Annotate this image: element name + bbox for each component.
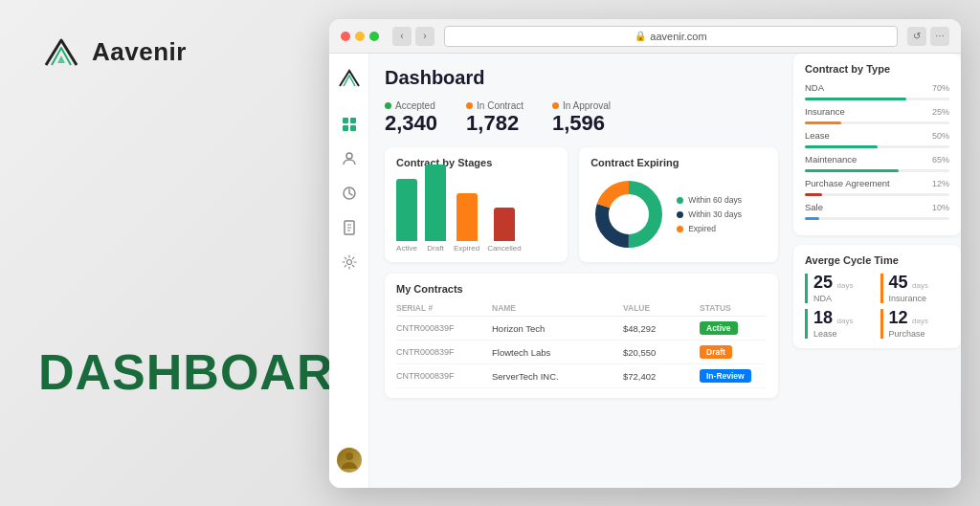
bar-draft: Draft <box>425 165 446 253</box>
main-content: Dashboard Accepted 2,340 In Contract <box>369 54 793 488</box>
bar-cancelled-label: Cancelled <box>487 244 522 253</box>
page-header: Dashboard <box>385 67 778 89</box>
in-contract-dot <box>466 102 473 109</box>
minimize-dot[interactable] <box>355 32 365 41</box>
cycle-lease: 18 days Lease <box>805 309 875 339</box>
forward-button[interactable]: › <box>415 27 434 46</box>
browser-chrome: ‹ › 🔒 aavenir.com ↺ ⋯ <box>329 19 961 54</box>
stat-in-approval-label: In Approval <box>552 100 611 111</box>
cycle-insurance-value: 45 days <box>889 274 950 292</box>
sidebar-item-dashboard[interactable] <box>340 115 359 134</box>
ct-insurance: Insurance 25% <box>805 106 949 124</box>
row2-serial: CNTR000839F <box>396 347 492 357</box>
bar-expired-fill <box>457 193 478 241</box>
sidebar <box>329 54 369 488</box>
bar-active: Active <box>396 179 417 253</box>
svg-point-12 <box>345 452 353 460</box>
row3-name: ServerTech INC. <box>492 371 623 382</box>
ct-purchase: Purchase Agreement 12% <box>805 178 949 196</box>
stat-in-approval-value: 1,596 <box>552 111 611 136</box>
stat-in-contract: In Contract 1,782 <box>466 100 523 136</box>
dashboard-label: DASHBOARD <box>38 343 370 401</box>
sidebar-item-settings[interactable] <box>340 253 359 272</box>
ct-maintenance: Maintenance 65% <box>805 154 949 172</box>
stats-row: Accepted 2,340 In Contract 1,782 In Appr… <box>385 100 778 136</box>
col-serial: SERIAL # <box>396 303 492 313</box>
svg-rect-4 <box>350 125 356 131</box>
svg-rect-1 <box>343 118 348 123</box>
stat-accepted: Accepted 2,340 <box>385 100 437 136</box>
bar-expired: Expired <box>454 193 479 253</box>
accepted-dot <box>385 102 391 109</box>
address-bar[interactable]: 🔒 aavenir.com <box>444 26 898 47</box>
stat-accepted-value: 2,340 <box>385 111 437 136</box>
app-layout: Dashboard Accepted 2,340 In Contract <box>329 54 961 488</box>
row3-badge: In-Review <box>700 369 751 383</box>
sidebar-item-docs[interactable] <box>340 218 359 237</box>
window-controls <box>341 32 379 41</box>
back-button[interactable]: ‹ <box>392 27 412 46</box>
bar-expired-label: Expired <box>454 244 479 253</box>
row2-status: Draft <box>700 345 767 359</box>
bar-active-fill <box>396 179 417 241</box>
row2-badge: Draft <box>700 345 732 359</box>
contract-by-type-title: Contract by Type <box>805 63 949 75</box>
bar-draft-fill <box>425 165 446 241</box>
user-avatar[interactable] <box>337 448 362 473</box>
legend-dot-30 <box>677 211 683 218</box>
row1-badge: Active <box>700 321 738 335</box>
url-text: aavenir.com <box>650 31 706 42</box>
bar-chart-title: Contract by Stages <box>396 157 556 168</box>
svg-point-5 <box>346 153 352 159</box>
logo-text: Aavenir <box>92 37 187 67</box>
cycle-time-title: Averge Cycle Time <box>805 254 949 266</box>
contract-by-type-card: Contract by Type NDA 70% Insurance 25% <box>793 54 961 235</box>
row1-status: Active <box>700 321 767 335</box>
menu-button[interactable]: ⋯ <box>930 27 949 46</box>
stat-in-contract-label: In Contract <box>466 100 523 111</box>
cycle-purchase: 12 days Purchase <box>880 309 950 339</box>
svg-rect-2 <box>350 118 356 123</box>
logo: Aavenir <box>38 29 187 75</box>
bar-active-label: Active <box>396 244 417 253</box>
svg-point-17 <box>610 195 648 233</box>
ct-nda: NDA 70% <box>805 82 949 100</box>
brand-area: Aavenir DASHBOARD <box>0 0 354 506</box>
sidebar-item-user[interactable] <box>340 149 359 168</box>
bar-cancelled-fill <box>494 208 515 241</box>
row1-value: $48,292 <box>623 323 700 334</box>
svg-point-11 <box>346 260 351 265</box>
logo-icon <box>38 29 84 75</box>
row2-value: $20,550 <box>623 347 700 358</box>
sidebar-item-clock[interactable] <box>340 184 359 203</box>
browser-nav: ‹ › <box>392 27 434 46</box>
contracts-table-title: My Contracts <box>396 283 767 295</box>
maximize-dot[interactable] <box>369 32 379 41</box>
ct-sale: Sale 10% <box>805 202 949 220</box>
donut-content: Within 60 days Within 30 days Expired <box>590 176 767 253</box>
close-dot[interactable] <box>341 32 350 41</box>
svg-marker-0 <box>57 55 65 63</box>
cycle-nda: 25 days NDA <box>805 274 875 303</box>
cycle-insurance: 45 days Insurance <box>880 274 950 303</box>
row1-name: Horizon Tech <box>492 323 623 334</box>
cycle-time-grid: 25 days NDA 45 days Insurance <box>805 274 949 339</box>
donut-chart-panel: Contract Expiring <box>579 147 778 262</box>
table-row[interactable]: CNTR000839F Flowtech Labs $20,550 Draft <box>396 341 767 364</box>
reload-button[interactable]: ↺ <box>907 27 926 46</box>
table-row[interactable]: CNTR000839F Horizon Tech $48,292 Active <box>396 317 767 341</box>
chart-panels: Contract by Stages Active Draft Expir <box>385 147 778 262</box>
col-name: NAME <box>492 303 623 313</box>
donut-legend: Within 60 days Within 30 days Expired <box>677 195 742 233</box>
col-status: STATUS <box>700 303 767 313</box>
svg-rect-3 <box>343 125 348 131</box>
table-row[interactable]: CNTR000839F ServerTech INC. $72,402 In-R… <box>396 364 767 388</box>
legend-dot-expired <box>677 226 683 232</box>
contract-type-list: NDA 70% Insurance 25% <box>805 82 949 220</box>
cycle-lease-value: 18 days <box>813 309 875 327</box>
stat-in-contract-value: 1,782 <box>466 111 523 136</box>
cycle-nda-value: 25 days <box>813 274 875 292</box>
stat-accepted-label: Accepted <box>385 100 437 111</box>
legend-within-30: Within 30 days <box>677 209 742 219</box>
donut-chart-svg <box>590 176 667 253</box>
